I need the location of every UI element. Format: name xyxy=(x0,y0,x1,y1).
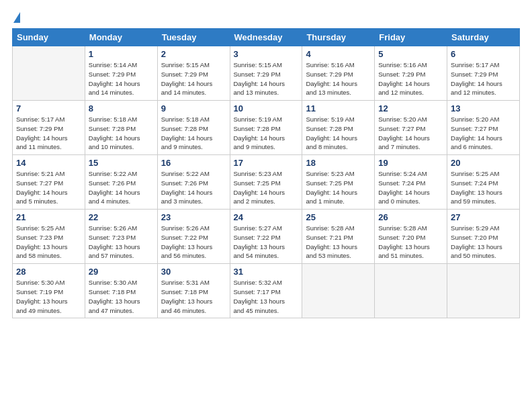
day-number: 19 xyxy=(378,158,443,168)
day-number: 20 xyxy=(451,158,516,168)
day-number: 23 xyxy=(161,212,226,222)
day-info: Sunrise: 5:20 AMSunset: 7:27 PMDaylight:… xyxy=(378,115,443,152)
day-number: 31 xyxy=(234,267,299,277)
day-number: 30 xyxy=(161,267,226,277)
calendar-cell xyxy=(302,264,375,318)
day-info: Sunrise: 5:15 AMSunset: 7:29 PMDaylight:… xyxy=(161,60,226,97)
calendar-cell: 13Sunrise: 5:20 AMSunset: 7:27 PMDayligh… xyxy=(447,101,520,155)
day-info: Sunrise: 5:25 AMSunset: 7:24 PMDaylight:… xyxy=(451,169,516,206)
day-number: 7 xyxy=(16,103,81,113)
calendar-header-saturday: Saturday xyxy=(447,29,520,46)
day-info: Sunrise: 5:16 AMSunset: 7:29 PMDaylight:… xyxy=(378,60,443,97)
day-info: Sunrise: 5:30 AMSunset: 7:18 PMDaylight:… xyxy=(89,278,154,315)
day-number: 2 xyxy=(161,49,226,59)
day-number: 24 xyxy=(234,212,299,222)
calendar-cell xyxy=(13,46,85,101)
calendar-cell: 14Sunrise: 5:21 AMSunset: 7:27 PMDayligh… xyxy=(13,155,85,210)
day-info: Sunrise: 5:32 AMSunset: 7:17 PMDaylight:… xyxy=(234,278,299,315)
logo xyxy=(12,12,20,23)
day-info: Sunrise: 5:27 AMSunset: 7:22 PMDaylight:… xyxy=(234,224,299,261)
day-number: 11 xyxy=(306,103,371,113)
day-info: Sunrise: 5:30 AMSunset: 7:19 PMDaylight:… xyxy=(16,278,81,315)
day-number: 17 xyxy=(234,158,299,168)
day-number: 5 xyxy=(378,49,443,59)
day-number: 28 xyxy=(16,267,81,277)
day-info: Sunrise: 5:15 AMSunset: 7:29 PMDaylight:… xyxy=(234,60,299,97)
day-number: 14 xyxy=(16,158,81,168)
calendar-header-sunday: Sunday xyxy=(13,29,85,46)
day-number: 4 xyxy=(306,49,371,59)
calendar-week-2: 7Sunrise: 5:17 AMSunset: 7:29 PMDaylight… xyxy=(13,101,520,155)
header xyxy=(12,12,520,23)
calendar-header-monday: Monday xyxy=(85,29,157,46)
calendar-cell: 10Sunrise: 5:19 AMSunset: 7:28 PMDayligh… xyxy=(230,101,302,155)
calendar-week-5: 28Sunrise: 5:30 AMSunset: 7:19 PMDayligh… xyxy=(13,264,520,318)
day-number: 29 xyxy=(89,267,154,277)
day-number: 9 xyxy=(161,103,226,113)
day-number: 10 xyxy=(234,103,299,113)
calendar-cell xyxy=(375,264,447,318)
calendar-cell: 27Sunrise: 5:29 AMSunset: 7:20 PMDayligh… xyxy=(447,210,520,264)
calendar-cell: 15Sunrise: 5:22 AMSunset: 7:26 PMDayligh… xyxy=(85,155,157,210)
calendar-header-row: SundayMondayTuesdayWednesdayThursdayFrid… xyxy=(13,29,520,46)
day-info: Sunrise: 5:17 AMSunset: 7:29 PMDaylight:… xyxy=(451,60,516,97)
day-info: Sunrise: 5:22 AMSunset: 7:26 PMDaylight:… xyxy=(89,169,154,206)
calendar-header-friday: Friday xyxy=(375,29,447,46)
calendar-cell xyxy=(447,264,520,318)
logo-triangle-icon xyxy=(13,12,20,23)
calendar-cell: 19Sunrise: 5:24 AMSunset: 7:24 PMDayligh… xyxy=(375,155,447,210)
calendar-week-1: 1Sunrise: 5:14 AMSunset: 7:29 PMDaylight… xyxy=(13,46,520,101)
day-info: Sunrise: 5:20 AMSunset: 7:27 PMDaylight:… xyxy=(451,115,516,152)
day-number: 22 xyxy=(89,212,154,222)
day-info: Sunrise: 5:26 AMSunset: 7:22 PMDaylight:… xyxy=(161,224,226,261)
day-info: Sunrise: 5:22 AMSunset: 7:26 PMDaylight:… xyxy=(161,169,226,206)
calendar-cell: 8Sunrise: 5:18 AMSunset: 7:28 PMDaylight… xyxy=(85,101,157,155)
calendar-cell: 6Sunrise: 5:17 AMSunset: 7:29 PMDaylight… xyxy=(447,46,520,101)
day-info: Sunrise: 5:26 AMSunset: 7:23 PMDaylight:… xyxy=(89,224,154,261)
day-number: 15 xyxy=(89,158,154,168)
day-number: 18 xyxy=(306,158,371,168)
day-number: 13 xyxy=(451,103,516,113)
day-info: Sunrise: 5:31 AMSunset: 7:18 PMDaylight:… xyxy=(161,278,226,315)
calendar-cell: 25Sunrise: 5:28 AMSunset: 7:21 PMDayligh… xyxy=(302,210,375,264)
day-number: 16 xyxy=(161,158,226,168)
calendar-cell: 1Sunrise: 5:14 AMSunset: 7:29 PMDaylight… xyxy=(85,46,157,101)
calendar-cell: 16Sunrise: 5:22 AMSunset: 7:26 PMDayligh… xyxy=(157,155,230,210)
day-number: 1 xyxy=(89,49,154,59)
calendar-cell: 11Sunrise: 5:19 AMSunset: 7:28 PMDayligh… xyxy=(302,101,375,155)
calendar-header-wednesday: Wednesday xyxy=(230,29,302,46)
calendar-week-3: 14Sunrise: 5:21 AMSunset: 7:27 PMDayligh… xyxy=(13,155,520,210)
calendar-cell: 7Sunrise: 5:17 AMSunset: 7:29 PMDaylight… xyxy=(13,101,85,155)
day-number: 12 xyxy=(378,103,443,113)
calendar-header-thursday: Thursday xyxy=(302,29,375,46)
calendar-cell: 31Sunrise: 5:32 AMSunset: 7:17 PMDayligh… xyxy=(230,264,302,318)
day-number: 27 xyxy=(451,212,516,222)
day-number: 21 xyxy=(16,212,81,222)
calendar-cell: 29Sunrise: 5:30 AMSunset: 7:18 PMDayligh… xyxy=(85,264,157,318)
calendar-cell: 26Sunrise: 5:28 AMSunset: 7:20 PMDayligh… xyxy=(375,210,447,264)
day-number: 3 xyxy=(234,49,299,59)
calendar-cell: 12Sunrise: 5:20 AMSunset: 7:27 PMDayligh… xyxy=(375,101,447,155)
calendar-cell: 4Sunrise: 5:16 AMSunset: 7:29 PMDaylight… xyxy=(302,46,375,101)
day-info: Sunrise: 5:21 AMSunset: 7:27 PMDaylight:… xyxy=(16,169,81,206)
calendar-week-4: 21Sunrise: 5:25 AMSunset: 7:23 PMDayligh… xyxy=(13,210,520,264)
calendar-cell: 18Sunrise: 5:23 AMSunset: 7:25 PMDayligh… xyxy=(302,155,375,210)
page: SundayMondayTuesdayWednesdayThursdayFrid… xyxy=(0,0,532,411)
day-info: Sunrise: 5:23 AMSunset: 7:25 PMDaylight:… xyxy=(306,169,371,206)
day-info: Sunrise: 5:14 AMSunset: 7:29 PMDaylight:… xyxy=(89,60,154,97)
day-number: 25 xyxy=(306,212,371,222)
calendar-cell: 5Sunrise: 5:16 AMSunset: 7:29 PMDaylight… xyxy=(375,46,447,101)
day-info: Sunrise: 5:16 AMSunset: 7:29 PMDaylight:… xyxy=(306,60,371,97)
day-info: Sunrise: 5:19 AMSunset: 7:28 PMDaylight:… xyxy=(306,115,371,152)
day-info: Sunrise: 5:28 AMSunset: 7:20 PMDaylight:… xyxy=(378,224,443,261)
day-info: Sunrise: 5:28 AMSunset: 7:21 PMDaylight:… xyxy=(306,224,371,261)
calendar-cell: 21Sunrise: 5:25 AMSunset: 7:23 PMDayligh… xyxy=(13,210,85,264)
day-info: Sunrise: 5:19 AMSunset: 7:28 PMDaylight:… xyxy=(234,115,299,152)
calendar-cell: 22Sunrise: 5:26 AMSunset: 7:23 PMDayligh… xyxy=(85,210,157,264)
calendar-cell: 28Sunrise: 5:30 AMSunset: 7:19 PMDayligh… xyxy=(13,264,85,318)
calendar-cell: 3Sunrise: 5:15 AMSunset: 7:29 PMDaylight… xyxy=(230,46,302,101)
day-info: Sunrise: 5:25 AMSunset: 7:23 PMDaylight:… xyxy=(16,224,81,261)
calendar: SundayMondayTuesdayWednesdayThursdayFrid… xyxy=(12,28,520,318)
day-info: Sunrise: 5:24 AMSunset: 7:24 PMDaylight:… xyxy=(378,169,443,206)
day-info: Sunrise: 5:23 AMSunset: 7:25 PMDaylight:… xyxy=(234,169,299,206)
